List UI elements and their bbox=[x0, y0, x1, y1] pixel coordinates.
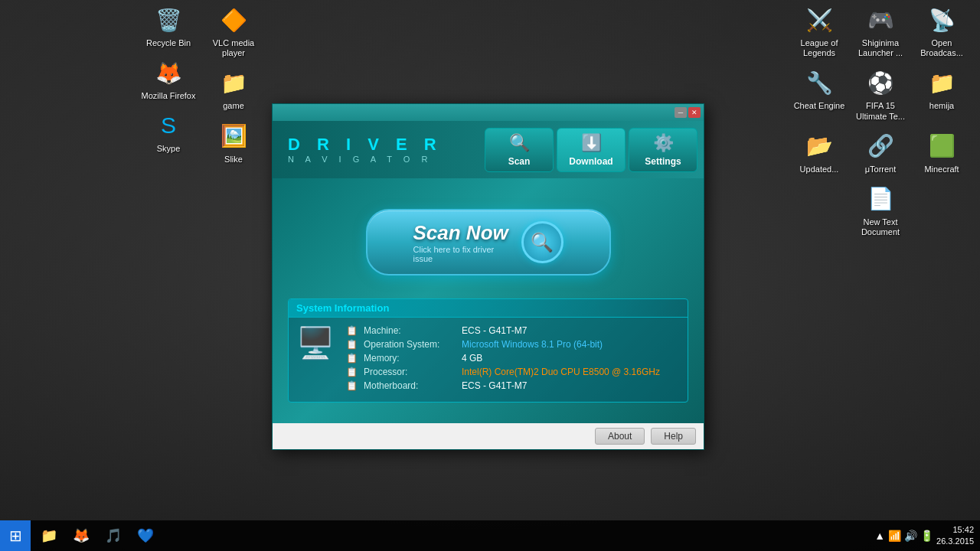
obs-label: Open Broadcas... bbox=[914, 38, 969, 58]
scan-nav-button[interactable]: 🔍 Scan bbox=[485, 128, 554, 172]
tray-network-icon: 📶 bbox=[888, 530, 901, 542]
fifa-icon: ⚽ bbox=[865, 67, 896, 98]
fifa-label: FIFA 15 Ultimate Te... bbox=[853, 101, 908, 121]
motherboard-value: ECS - G41T-M7 bbox=[462, 380, 527, 391]
settings-nav-icon: ⚙️ bbox=[653, 133, 674, 153]
desktop-icon-firefox[interactable]: 🦊 Mozilla Firefox bbox=[138, 53, 199, 106]
new-text-label: New Text Document bbox=[853, 217, 908, 237]
processor-value: Intel(R) Core(TM)2 Duo CPU E8500 @ 3.16G… bbox=[462, 367, 660, 377]
scan-magnifier-icon: 🔍 bbox=[521, 221, 564, 263]
desktop-icon-updated[interactable]: 📂 Updated... bbox=[789, 126, 850, 179]
slike-label: Slike bbox=[224, 155, 243, 165]
start-icon: ⊞ bbox=[9, 527, 22, 545]
desktop-icon-slike[interactable]: 🖼️ Slike bbox=[203, 116, 264, 169]
desktop-icon-shiginima[interactable]: 🎮 Shiginima Launcher ... bbox=[850, 0, 911, 63]
firefox-label: Mozilla Firefox bbox=[142, 91, 196, 101]
desktop-icon-new-text[interactable]: 📄 New Text Document bbox=[850, 179, 911, 242]
about-button[interactable]: About bbox=[595, 428, 645, 445]
window-titlebar: ─ ✕ bbox=[273, 104, 704, 121]
desktop-icon-cheat-engine[interactable]: 🔧 Cheat Engine bbox=[789, 63, 850, 126]
taskbar-date-display: 26.3.2015 bbox=[936, 536, 974, 547]
taskbar-firefox-icon: 🦊 bbox=[73, 527, 90, 544]
close-button[interactable]: ✕ bbox=[688, 107, 701, 118]
desktop-icon-hemija[interactable]: 📁 hemija bbox=[911, 63, 972, 126]
file-explorer-icon: 📁 bbox=[41, 527, 57, 544]
utorrent-icon: 🔗 bbox=[865, 131, 896, 161]
memory-label: Memory: bbox=[364, 353, 456, 364]
vlc-label: VLC media player bbox=[206, 38, 261, 58]
tray-sound-icon: 🔊 bbox=[904, 530, 917, 542]
desktop-icon-fifa[interactable]: ⚽ FIFA 15 Ultimate Te... bbox=[850, 63, 911, 126]
desktop-icon-obs[interactable]: 📡 Open Broadcas... bbox=[911, 0, 972, 63]
taskbar-media[interactable]: 🎵 bbox=[98, 521, 129, 550]
desktop-icon-game[interactable]: 📁 game bbox=[203, 63, 264, 116]
desktop-icon-skype[interactable]: S Skype bbox=[138, 106, 199, 158]
logo-area: D R I V E R N A V I G A T O R bbox=[273, 121, 479, 178]
skype-label: Skype bbox=[157, 144, 181, 154]
desktop-icon-utorrent[interactable]: 🔗 μTorrent bbox=[850, 126, 911, 179]
cheat-engine-label: Cheat Engine bbox=[794, 101, 845, 111]
taskbar-firefox[interactable]: 🦊 bbox=[66, 521, 96, 550]
memory-value: 4 GB bbox=[462, 353, 482, 364]
game-label: game bbox=[223, 101, 244, 111]
desktop-icon-recycle-bin[interactable]: 🗑️ Recycle Bin bbox=[138, 0, 199, 53]
taskbar-right: ▲ 📶 🔊 🔋 15:42 26.3.2015 bbox=[874, 520, 980, 551]
skype-icon: S bbox=[153, 110, 184, 141]
desktop: 🗑️ Recycle Bin 🦊 Mozilla Firefox S Skype… bbox=[0, 0, 980, 551]
memory-sys-icon: 📋 bbox=[346, 353, 358, 364]
desktop-icon-minecraft[interactable]: 🟩 Minecraft bbox=[911, 126, 972, 179]
sys-info-body: 🖥️ 📋 Machine: ECS - G41T-M7 📋 Operation … bbox=[296, 325, 680, 394]
new-text-icon: 📄 bbox=[865, 184, 896, 214]
league-icon: ⚔️ bbox=[804, 5, 835, 35]
download-nav-button[interactable]: ⬇️ Download bbox=[557, 128, 626, 172]
sys-row-memory: 📋 Memory: 4 GB bbox=[346, 353, 680, 364]
taskbar-file-explorer[interactable]: 📁 bbox=[34, 521, 64, 550]
help-button[interactable]: Help bbox=[651, 428, 696, 445]
updated-icon: 📂 bbox=[804, 131, 835, 161]
taskbar-icons: 📁 🦊 🎵 💙 bbox=[31, 521, 164, 550]
sys-row-processor: 📋 Processor: Intel(R) Core(TM)2 Duo CPU … bbox=[346, 367, 680, 377]
taskbar-app4[interactable]: 💙 bbox=[130, 521, 161, 550]
motherboard-label: Motherboard: bbox=[364, 380, 456, 391]
os-sys-icon: 📋 bbox=[346, 339, 358, 350]
sys-row-motherboard: 📋 Motherboard: ECS - G41T-M7 bbox=[346, 380, 680, 391]
firefox-icon: 🦊 bbox=[153, 57, 184, 88]
scan-now-container: Scan Now Click here to fix driver issue … bbox=[288, 209, 688, 276]
system-info-section: System Information 🖥️ 📋 Machine: ECS - G… bbox=[288, 298, 688, 403]
download-nav-label: Download bbox=[569, 156, 612, 167]
monitor-icon: 🖥️ bbox=[296, 325, 335, 361]
scan-nav-icon: 🔍 bbox=[509, 133, 530, 153]
vlc-icon: 🔶 bbox=[218, 5, 249, 35]
shiginima-icon: 🎮 bbox=[865, 5, 896, 35]
taskbar-clock: 15:42 26.3.2015 bbox=[936, 524, 974, 548]
desktop-icon-league[interactable]: ⚔️ League of Legends bbox=[789, 0, 850, 63]
desktop-icon-vlc[interactable]: 🔶 VLC media player bbox=[203, 0, 264, 63]
start-button[interactable]: ⊞ bbox=[0, 520, 31, 551]
scan-now-text: Scan Now Click here to fix driver issue bbox=[413, 221, 510, 263]
processor-sys-icon: 📋 bbox=[346, 367, 358, 377]
window-header: D R I V E R N A V I G A T O R 🔍 Scan ⬇️ … bbox=[273, 121, 704, 178]
minecraft-label: Minecraft bbox=[924, 165, 959, 174]
scan-now-title: Scan Now bbox=[413, 221, 510, 245]
taskbar-app4-icon: 💙 bbox=[137, 527, 154, 544]
tray-arrow-icon[interactable]: ▲ bbox=[874, 530, 885, 542]
os-value: Microsoft Windows 8.1 Pro (64-bit) bbox=[462, 339, 603, 350]
scan-now-button[interactable]: Scan Now Click here to fix driver issue … bbox=[366, 209, 611, 276]
sys-info-header: System Information bbox=[289, 299, 688, 318]
minimize-button[interactable]: ─ bbox=[675, 107, 687, 118]
settings-nav-button[interactable]: ⚙️ Settings bbox=[629, 128, 697, 172]
machine-sys-icon: 📋 bbox=[346, 325, 358, 336]
window-footer: About Help bbox=[273, 423, 704, 449]
league-label: League of Legends bbox=[792, 38, 847, 58]
nav-buttons-area: 🔍 Scan ⬇️ Download ⚙️ Settings bbox=[479, 121, 704, 178]
recycle-bin-label: Recycle Bin bbox=[146, 38, 191, 48]
hemija-label: hemija bbox=[929, 101, 954, 111]
sys-row-machine: 📋 Machine: ECS - G41T-M7 bbox=[346, 325, 680, 336]
system-tray: ▲ 📶 🔊 🔋 bbox=[874, 530, 933, 542]
download-nav-icon: ⬇️ bbox=[581, 133, 602, 153]
settings-nav-label: Settings bbox=[645, 156, 681, 167]
taskbar: ⊞ 📁 🦊 🎵 💙 ▲ 📶 🔊 🔋 15:42 bbox=[0, 520, 980, 551]
shiginima-label: Shiginima Launcher ... bbox=[853, 38, 908, 58]
motherboard-sys-icon: 📋 bbox=[346, 380, 358, 391]
utorrent-label: μTorrent bbox=[865, 165, 897, 174]
